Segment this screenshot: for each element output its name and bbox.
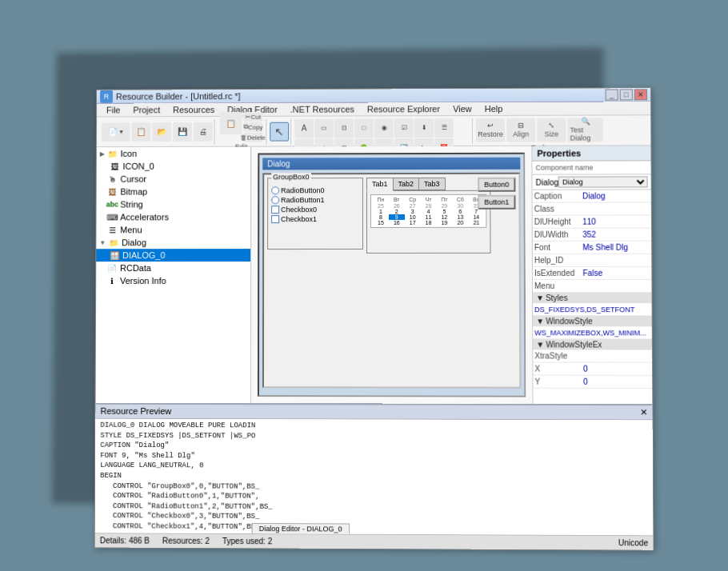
windowstyleex-expand-icon: ▼ [536, 340, 544, 349]
prop-isextended-value[interactable]: False [581, 268, 651, 278]
dialog-editor: Dialog GroupBox0 RadioButton0 [258, 153, 526, 397]
close-button[interactable]: ✕ [634, 89, 647, 100]
prop-isextended-label: IsExtended [533, 268, 582, 278]
menu-resource-explorer[interactable]: Resource Explorer [361, 102, 446, 115]
edit-toolbar-section: 📋 ✂ Cut ⧉ Copy 🗑 Delete Edit [217, 118, 267, 144]
menu-net-resources[interactable]: .NET Resources [284, 103, 361, 116]
tree-label-cursor: Cursor [120, 174, 146, 184]
prop-row-x: X 0 [533, 363, 652, 376]
radio0-circle [271, 186, 279, 194]
delete-button[interactable]: 🗑 Delete [243, 133, 262, 142]
component-name-label: Component name [535, 164, 593, 172]
cal-header-tue: Вт [389, 197, 405, 202]
prop-font-label: Font [533, 242, 582, 253]
prop-xtrastyle-label: XtraStyle [533, 350, 582, 361]
prop-y-value[interactable]: 0 [582, 377, 652, 387]
cal-header-mon: Пн [373, 197, 389, 202]
arrow-tool-button[interactable]: ↖ [270, 122, 289, 141]
prop-dluheight-value[interactable]: 110 [581, 217, 651, 227]
toolbar-open-button[interactable]: 📂 [152, 122, 171, 142]
menu-file[interactable]: File [100, 104, 126, 117]
ctrl-edit-button[interactable]: ▭ [314, 118, 334, 138]
tree-item-string[interactable]: ▶ abc String [97, 198, 251, 210]
cal-header-fri: Пт [436, 197, 452, 202]
tab1[interactable]: Tab1 [366, 178, 394, 191]
radio-button0[interactable]: RadioButton0 [271, 186, 359, 194]
tree-item-dialog0[interactable]: 🪟 DIALOG_0 [96, 249, 250, 262]
restore-button[interactable]: ↩ Restore [476, 118, 505, 142]
tab3[interactable]: Tab3 [419, 178, 446, 190]
tree-item-version[interactable]: ▶ ℹ Version Info [96, 274, 250, 287]
prop-row-styles-value: DS_FIXEDSYS,DS_SETFONT [533, 303, 652, 316]
dialog-inner[interactable]: GroupBox0 RadioButton0 RadioButton1 [262, 173, 521, 389]
radio-button1[interactable]: RadioButton1 [271, 196, 359, 204]
code-line-2: STYLE DS_FIXEDSYS |DS_SETFONT |WS_PO [100, 430, 647, 441]
tree-item-dialog[interactable]: ▼ 📁 Dialog [96, 236, 250, 249]
encoding-label: Unicode [618, 538, 648, 547]
tree-item-accel[interactable]: ▶ ⌨ Accelerators [96, 210, 250, 223]
styles-group-header[interactable]: ▼ Styles [533, 293, 652, 303]
ctrl-radio-button[interactable]: ◉ [374, 118, 394, 138]
test-dialog-button[interactable]: 🔍 Test Dialog [567, 118, 602, 142]
menu-project[interactable]: Project [126, 103, 166, 116]
ctrl-groupbox-button[interactable]: ⊡ [334, 118, 354, 138]
tab2[interactable]: Tab2 [393, 178, 419, 190]
window-title: Resource Builder - [Untitled.rc *] [116, 90, 606, 102]
prop-font-value[interactable]: Ms Shell Dlg [581, 242, 651, 253]
prop-dluwidth-value[interactable]: 352 [581, 230, 651, 240]
size-button[interactable]: ⤡ Size [537, 118, 566, 142]
paste-button[interactable]: 📋 [220, 112, 242, 134]
dialog-title-text: Dialog [267, 159, 290, 168]
align-button[interactable]: ⊟ Align [506, 118, 535, 142]
windowstyleex-group-header[interactable]: ▼ WindowStyleEx [533, 339, 652, 349]
toolbar-save-button[interactable]: 💾 [173, 122, 192, 142]
menu-resources[interactable]: Resources [166, 103, 221, 116]
ctrl-list-button[interactable]: ☰ [434, 118, 454, 138]
toolbar-new-button[interactable]: 📋 [131, 122, 150, 142]
details-label: Details: 486 B [100, 536, 150, 545]
button1[interactable]: Button1 [478, 195, 515, 210]
tree-item-icon[interactable]: ▶ 📁 Icon [97, 147, 251, 160]
prop-helpid-value[interactable] [581, 259, 651, 261]
maximize-button[interactable]: □ [620, 89, 633, 100]
prop-row-dluwidth: DlUWidth 352 [533, 229, 651, 242]
tree-item-cursor[interactable]: ▶ 🖱 Cursor [97, 172, 251, 185]
cut-button[interactable]: ✂ Cut [243, 112, 262, 122]
checkbox0[interactable]: Checkbox0 [271, 206, 359, 214]
minimize-button[interactable]: _ [606, 89, 618, 100]
tab-control[interactable]: Tab1 Tab2 Tab3 Пн Вт Ср [366, 178, 491, 254]
toolbar-print-button[interactable]: 🖨 [194, 122, 213, 141]
tree-label-bitmap: Bitmap [120, 187, 147, 197]
tree-item-bitmap[interactable]: ▶ 🖼 Bitmap [97, 185, 251, 198]
button0[interactable]: Button0 [478, 178, 515, 192]
groupbox0[interactable]: GroupBox0 RadioButton0 RadioButton1 [267, 178, 363, 250]
ctrl-combo-button[interactable]: ⬇ [414, 118, 434, 138]
tree-item-menu[interactable]: ▶ ☰ Menu [96, 223, 250, 236]
prop-xtrastyle-value[interactable] [582, 355, 652, 357]
bottom-editor-tab[interactable]: Dialog Editor - DIALOG_0 [252, 523, 350, 534]
code-area[interactable]: DIALOG_0 DIALOG MOVEABLE PURE LOADIN STY… [95, 419, 653, 536]
windowstyle-group-header[interactable]: ▼ WindowStyle [533, 316, 652, 326]
prop-caption-label: Caption [533, 191, 581, 202]
component-name-dropdown[interactable]: Dialog [558, 176, 648, 187]
prop-caption-value[interactable]: Dialog [581, 190, 651, 201]
ctrl-check-button[interactable]: ☑ [394, 118, 414, 138]
prop-menu-label: Menu [533, 281, 582, 291]
tree-item-rcdata[interactable]: ▶ 📄 RCData [96, 262, 250, 274]
prop-row-dluheight: DlUHeight 110 [533, 216, 651, 229]
accel-icon: ⌨ [106, 212, 118, 222]
ctrl-button-button[interactable]: □ [354, 118, 374, 138]
ctrl-static-button[interactable]: A [294, 118, 314, 138]
calendar-control[interactable]: Пн Вт Ср Чт Пт Сб Вс 2 [370, 194, 486, 228]
prop-menu-value[interactable] [582, 285, 652, 286]
tree-item-icon0[interactable]: 🖼 ICON_0 [97, 160, 251, 173]
expand-icon-arrow: ▶ [100, 150, 105, 158]
file-dropdown-button[interactable]: 📄 ▼ [102, 122, 130, 142]
checkbox1[interactable]: Checkbox1 [271, 215, 359, 223]
menu-view[interactable]: View [446, 102, 478, 115]
copy-button[interactable]: ⧉ Copy [243, 122, 262, 132]
menu-help[interactable]: Help [478, 102, 510, 115]
close-preview-button[interactable]: ✕ [640, 407, 647, 417]
prop-class-value[interactable] [581, 208, 651, 210]
prop-x-value[interactable]: 0 [582, 364, 652, 374]
